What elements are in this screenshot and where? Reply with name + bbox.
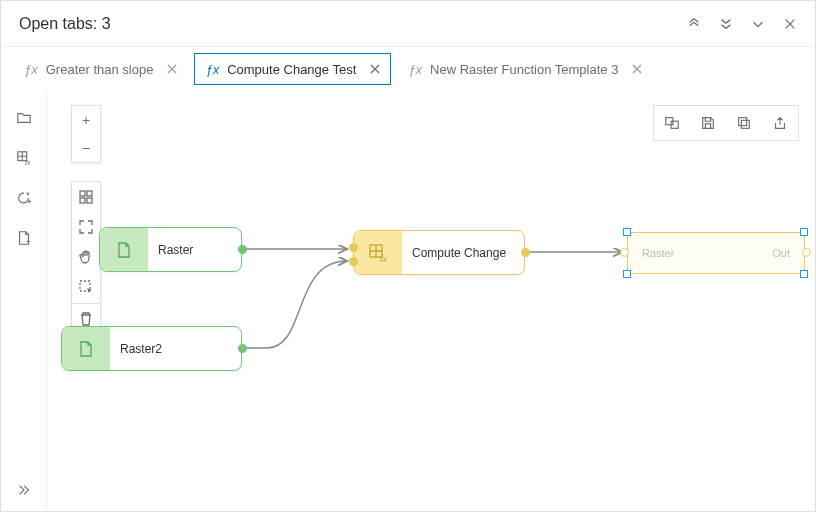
refresh-add-icon [16, 190, 32, 206]
save-button[interactable] [690, 106, 726, 140]
select-region-icon [78, 279, 94, 295]
tool-panel [71, 181, 101, 334]
header-actions [687, 17, 797, 31]
zoom-in-button[interactable]: + [72, 106, 100, 134]
expand-button[interactable] [15, 481, 33, 499]
output-port[interactable] [238, 245, 247, 254]
tab-greater-than-slope[interactable]: ƒx Greater than slope [13, 53, 188, 85]
output-port[interactable] [802, 248, 811, 257]
output-port[interactable] [521, 248, 530, 257]
close-icon[interactable] [632, 64, 642, 74]
chevron-down-single-icon[interactable] [751, 17, 765, 31]
swap-icon [664, 115, 680, 131]
fx-icon: ƒx [408, 62, 422, 77]
input-port[interactable] [349, 257, 358, 266]
node-raster2[interactable]: Raster2 [61, 326, 242, 371]
main-area: fx + − [1, 91, 815, 511]
input-port[interactable] [620, 248, 629, 257]
svg-rect-10 [741, 120, 749, 128]
refresh-add-button[interactable] [15, 189, 33, 207]
tab-label: Compute Change Test [227, 62, 356, 77]
swap-button[interactable] [654, 106, 690, 140]
export-icon [772, 115, 788, 131]
export-button[interactable] [762, 106, 798, 140]
tabs-bar: ƒx Greater than slope ƒx Compute Change … [1, 47, 815, 91]
header-bar: Open tabs: 3 [1, 1, 815, 47]
folder-button[interactable] [15, 109, 33, 127]
svg-rect-9 [739, 118, 747, 126]
node-label: Raster2 [110, 342, 176, 356]
svg-rect-3 [87, 191, 92, 196]
pan-hand-icon [78, 249, 94, 265]
flow-edges [47, 91, 815, 511]
close-icon[interactable] [370, 64, 380, 74]
grid-fx-icon: fx [16, 150, 32, 166]
tab-compute-change-test[interactable]: ƒx Compute Change Test [194, 53, 391, 85]
tab-new-raster-function-template-3[interactable]: ƒx New Raster Function Template 3 [397, 53, 653, 85]
raster-icon [62, 327, 110, 370]
svg-rect-2 [80, 191, 85, 196]
node-label: Compute Change [402, 246, 520, 260]
header-title: Open tabs: 3 [19, 15, 111, 33]
input-port[interactable] [349, 243, 358, 252]
svg-rect-4 [80, 198, 85, 203]
select-region-button[interactable] [72, 272, 100, 302]
zoom-panel: + − [71, 105, 101, 163]
copy-icon [736, 115, 752, 131]
selection-handle[interactable] [623, 270, 631, 278]
zoom-out-button[interactable]: − [72, 134, 100, 162]
fit-extent-button[interactable] [72, 212, 100, 242]
selection-handle[interactable] [800, 228, 808, 236]
close-icon[interactable] [783, 17, 797, 31]
chevron-right-double-icon [16, 482, 32, 498]
new-page-button[interactable] [15, 229, 33, 247]
tab-label: New Raster Function Template 3 [430, 62, 618, 77]
grid-icon [78, 189, 94, 205]
sidebar: fx [1, 91, 47, 511]
fx-icon: ƒx [24, 62, 38, 77]
output-label: Out [772, 247, 790, 259]
trash-icon [78, 311, 94, 327]
copy-button[interactable] [726, 106, 762, 140]
node-raster1[interactable]: Raster [99, 227, 242, 272]
node-output[interactable]: Raster Out [627, 232, 805, 274]
node-label: Raster [148, 243, 207, 257]
save-icon [700, 115, 716, 131]
fit-extent-icon [78, 219, 94, 235]
input-label: Raster [642, 247, 674, 259]
canvas[interactable]: + − [47, 91, 815, 511]
canvas-toolbar [653, 105, 799, 141]
fx-icon: ƒx [205, 62, 219, 77]
selection-handle[interactable] [623, 228, 631, 236]
raster-icon [100, 228, 148, 271]
grid-fx-button[interactable]: fx [15, 149, 33, 167]
node-compute-change[interactable]: fx Compute Change [353, 230, 525, 275]
function-icon: fx [354, 231, 402, 274]
pan-button[interactable] [72, 242, 100, 272]
svg-text:fx: fx [24, 159, 30, 166]
chevron-down-icon[interactable] [719, 17, 733, 31]
selection-handle[interactable] [800, 270, 808, 278]
svg-rect-5 [87, 198, 92, 203]
close-icon[interactable] [167, 64, 177, 74]
new-page-icon [16, 230, 32, 246]
grid-view-button[interactable] [72, 182, 100, 212]
folder-icon [16, 110, 32, 126]
svg-text:fx: fx [380, 254, 388, 263]
output-port[interactable] [238, 344, 247, 353]
collapse-up-icon[interactable] [687, 17, 701, 31]
tab-label: Greater than slope [46, 62, 154, 77]
